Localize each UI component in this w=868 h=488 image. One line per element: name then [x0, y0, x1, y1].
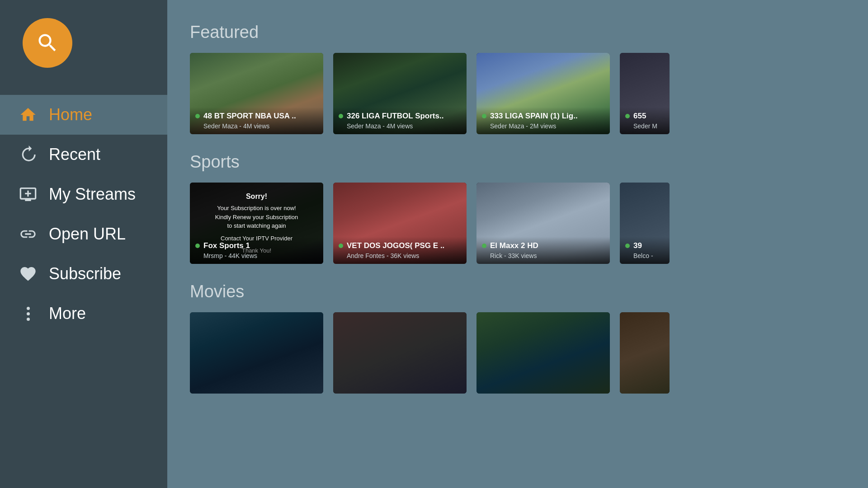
sports-card-sub-4: Belco -: [625, 252, 664, 259]
sports-live-dot-1: [195, 244, 200, 248]
card-title-1: 48 BT SPORT NBA USA ..: [203, 112, 296, 121]
sorry-line-2: Kindly Renew your Subscription: [215, 213, 298, 222]
sports-card-3[interactable]: El Maxx 2 HD Rick - 33K views: [476, 183, 610, 264]
sports-card-4-partial[interactable]: 39 Belco -: [620, 183, 670, 264]
card-info-2: 326 LIGA FUTBOL Sports.. Seder Maza - 4M…: [333, 107, 467, 134]
add-tv-icon: [18, 184, 38, 204]
sports-card-sub-2: Andre Fontes - 36K views: [339, 252, 461, 259]
sidebar: Home Recent My Streams Open URL: [0, 0, 167, 488]
sports-card-title-row-2: VET DOS JOGOS( PSG E ..: [339, 241, 461, 250]
card-title-2: 326 LIGA FUTBOL Sports..: [347, 112, 443, 121]
sidebar-item-home[interactable]: Home: [0, 95, 167, 135]
search-button[interactable]: [23, 18, 72, 68]
sports-card-sub-1: Mrsmp - 44K views: [195, 252, 318, 259]
sports-card-title-row-4: 39: [625, 241, 664, 250]
movies-card-bg-4: [620, 312, 670, 394]
sorry-title: Sorry!: [246, 191, 267, 202]
sports-section: Sports Sorry! Your Subscription is over …: [190, 152, 868, 264]
heart-icon: [18, 264, 38, 284]
featured-card-1[interactable]: 48 BT SPORT NBA USA .. Seder Maza - 4M v…: [190, 53, 323, 134]
sports-card-title-row-1: Fox Sports 1: [195, 241, 318, 250]
card-title-row-4: 655: [625, 112, 664, 121]
featured-cards-row: 48 BT SPORT NBA USA .. Seder Maza - 4M v…: [190, 53, 868, 134]
card-sub-1: Seder Maza - 4M views: [195, 122, 318, 130]
movies-card-1[interactable]: [190, 312, 323, 394]
featured-card-2[interactable]: 326 LIGA FUTBOL Sports.. Seder Maza - 4M…: [333, 53, 467, 134]
card-sub-3: Seder Maza - 2M views: [482, 122, 604, 130]
featured-section: Featured 48 BT SPORT NBA USA .. Seder Ma…: [190, 23, 868, 134]
featured-card-4-partial[interactable]: 655 Seder M: [620, 53, 670, 134]
recent-icon: [18, 145, 38, 164]
card-title-row-3: 333 LIGA SPAIN (1) Lig..: [482, 112, 604, 121]
featured-card-3[interactable]: 333 LIGA SPAIN (1) Lig.. Seder Maza - 2M…: [476, 53, 610, 134]
sports-card-title-4: 39: [633, 241, 642, 250]
card-info-4: 655 Seder M: [620, 107, 670, 134]
card-info-1: 48 BT SPORT NBA USA .. Seder Maza - 4M v…: [190, 107, 323, 134]
movies-cards-row: [190, 312, 868, 394]
sports-card-title-1: Fox Sports 1: [203, 241, 250, 250]
sports-card-2[interactable]: VET DOS JOGOS( PSG E .. Andre Fontes - 3…: [333, 183, 467, 264]
sports-card-sub-3: Rick - 33K views: [482, 252, 604, 259]
link-icon: [18, 224, 38, 244]
movies-section: Movies: [190, 282, 868, 394]
sorry-line-3: to start watching again: [227, 221, 286, 230]
movies-card-bg-3: [476, 312, 610, 394]
card-sub-4: Seder M: [625, 122, 664, 130]
sidebar-item-more-label: More: [49, 304, 86, 323]
movies-card-bg-2: [333, 312, 467, 394]
card-info-3: 333 LIGA SPAIN (1) Lig.. Seder Maza - 2M…: [476, 107, 610, 134]
home-icon: [18, 105, 38, 125]
sidebar-item-more[interactable]: More: [0, 294, 167, 333]
card-title-row-2: 326 LIGA FUTBOL Sports..: [339, 112, 461, 121]
sorry-line-1: Your Subscription is over now!: [217, 204, 296, 213]
sports-card-info-3: El Maxx 2 HD Rick - 33K views: [476, 237, 610, 264]
card-title-3: 333 LIGA SPAIN (1) Lig..: [490, 112, 578, 121]
sports-card-info-1: Fox Sports 1 Mrsmp - 44K views: [190, 237, 323, 264]
movies-card-3[interactable]: [476, 312, 610, 394]
sports-title: Sports: [190, 152, 868, 172]
sports-live-dot-3: [482, 244, 486, 248]
movies-card-bg-1: [190, 312, 323, 394]
live-dot-3: [482, 114, 486, 118]
sports-live-dot-2: [339, 244, 343, 248]
sidebar-item-subscribe-label: Subscribe: [49, 264, 121, 283]
sidebar-item-open-url-label: Open URL: [49, 225, 126, 244]
movies-card-4-partial[interactable]: [620, 312, 670, 394]
live-dot-2: [339, 114, 343, 118]
live-dot-4: [625, 114, 630, 118]
sports-card-1[interactable]: Sorry! Your Subscription is over now! Ki…: [190, 183, 323, 264]
sidebar-item-subscribe[interactable]: Subscribe: [0, 254, 167, 294]
more-icon: [18, 304, 38, 324]
sports-card-info-2: VET DOS JOGOS( PSG E .. Andre Fontes - 3…: [333, 237, 467, 264]
card-sub-2: Seder Maza - 4M views: [339, 122, 461, 130]
featured-title: Featured: [190, 23, 868, 42]
sports-cards-row: Sorry! Your Subscription is over now! Ki…: [190, 183, 868, 264]
sports-card-title-2: VET DOS JOGOS( PSG E ..: [347, 241, 444, 250]
sports-live-dot-4: [625, 244, 630, 248]
movies-title: Movies: [190, 282, 868, 301]
sports-card-title-3: El Maxx 2 HD: [490, 241, 538, 250]
sports-card-info-4: 39 Belco -: [620, 237, 670, 264]
sports-card-title-row-3: El Maxx 2 HD: [482, 241, 604, 250]
card-title-row-1: 48 BT SPORT NBA USA ..: [195, 112, 318, 121]
sidebar-item-my-streams-label: My Streams: [49, 185, 136, 204]
card-title-4: 655: [633, 112, 646, 121]
sidebar-item-my-streams[interactable]: My Streams: [0, 174, 167, 214]
sidebar-item-recent-label: Recent: [49, 145, 100, 164]
sidebar-item-open-url[interactable]: Open URL: [0, 214, 167, 254]
sidebar-item-recent[interactable]: Recent: [0, 135, 167, 174]
main-content: Featured 48 BT SPORT NBA USA .. Seder Ma…: [167, 0, 868, 488]
sidebar-item-home-label: Home: [49, 105, 92, 124]
live-dot-1: [195, 114, 200, 118]
movies-card-2[interactable]: [333, 312, 467, 394]
